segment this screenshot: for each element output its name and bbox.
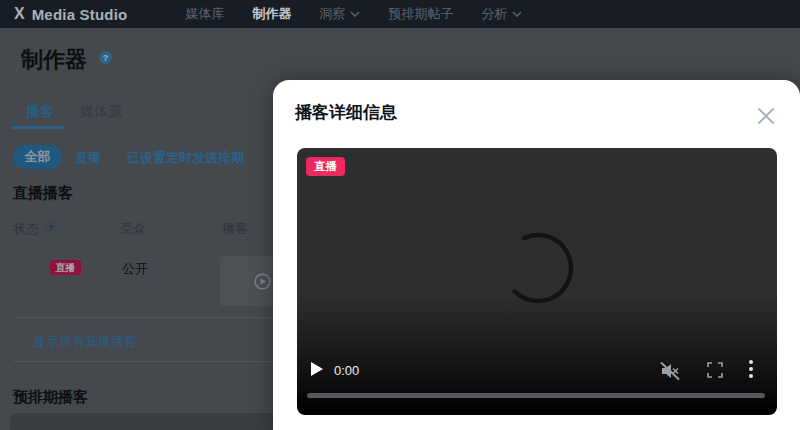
audience-value: 公开	[122, 260, 148, 278]
column-header-audience: 受众	[120, 220, 146, 238]
live-badge: 直播	[306, 157, 345, 176]
live-podcasts-heading: 直播播客	[13, 184, 73, 203]
filter-live[interactable]: 直播	[75, 149, 101, 167]
nav-item-label: 预排期帖子	[388, 5, 453, 23]
more-options-icon[interactable]	[748, 359, 754, 379]
nav-item-label: 媒体库	[185, 5, 224, 23]
volume-muted-icon[interactable]	[659, 361, 681, 381]
nav-item-label: 分析	[481, 5, 507, 23]
scheduled-podcasts-heading: 预排期播客	[13, 388, 88, 407]
status-info-icon[interactable]: ?	[45, 221, 57, 233]
chevron-down-icon	[350, 11, 360, 17]
nav-item-media-library[interactable]: 媒体库	[185, 5, 224, 23]
filter-scheduled[interactable]: 已设置定时发送排期	[127, 149, 244, 167]
info-icon[interactable]: ?	[99, 51, 112, 64]
column-header-podcast: 播客	[222, 220, 248, 238]
top-nav: X Media Studio 媒体库 制作器 洞察 预排期帖子 分析	[0, 0, 800, 28]
nav-item-producer[interactable]: 制作器	[252, 5, 291, 23]
video-time: 0:00	[334, 363, 359, 378]
live-status-badge: 直播	[50, 260, 81, 275]
loading-spinner-icon	[297, 148, 777, 415]
nav-items: 媒体库 制作器 洞察 预排期帖子 分析	[185, 5, 522, 23]
play-circle-icon	[254, 273, 271, 290]
podcast-details-modal: 播客详细信息 直播 0:00	[273, 80, 800, 430]
fullscreen-icon[interactable]	[707, 362, 723, 378]
show-all-live-podcasts-link[interactable]: 显示所有直播播客	[33, 333, 137, 351]
tab-media-sources[interactable]: 媒体源	[80, 103, 122, 121]
tab-podcasts[interactable]: 播客	[26, 103, 54, 121]
nav-item-label: 制作器	[252, 5, 291, 23]
nav-item-analytics[interactable]: 分析	[481, 5, 522, 23]
active-tab-underline	[12, 126, 65, 129]
play-button-icon[interactable]	[310, 361, 324, 377]
video-player[interactable]: 直播 0:00	[297, 148, 777, 415]
close-icon[interactable]	[757, 107, 775, 125]
video-progress-bar[interactable]	[307, 393, 765, 398]
x-media-studio-logo[interactable]: X Media Studio	[14, 5, 127, 23]
app-root: X Media Studio 媒体库 制作器 洞察 预排期帖子 分析 制作	[0, 0, 800, 430]
nav-item-scheduled-posts[interactable]: 预排期帖子	[388, 5, 453, 23]
nav-item-label: 洞察	[319, 5, 345, 23]
page-title: 制作器	[21, 45, 87, 75]
x-logo-icon: X	[14, 5, 25, 23]
brand-name: Media Studio	[32, 6, 128, 23]
filter-all[interactable]: 全部	[13, 145, 62, 169]
chevron-down-icon	[512, 11, 522, 17]
modal-title: 播客详细信息	[295, 101, 397, 124]
nav-item-insights[interactable]: 洞察	[319, 5, 360, 23]
column-header-status: 状态	[13, 220, 39, 238]
